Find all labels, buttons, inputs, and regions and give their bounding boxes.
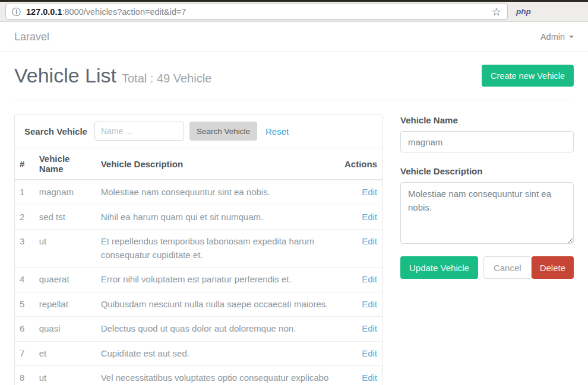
reset-link[interactable]: Reset <box>265 126 289 136</box>
page-header: Vehicle ListTotal : 49 Vehicle Create ne… <box>14 52 574 100</box>
app-navbar: Laravel Admin <box>0 22 588 52</box>
vehicle-description-cell: Vel necessitatibus voluptates optio cons… <box>96 366 340 385</box>
vehicle-description-cell: Error nihil voluptatem est pariatur perf… <box>96 268 340 292</box>
admin-dropdown-label: Admin <box>540 32 565 42</box>
edit-link[interactable]: Edit <box>362 187 377 197</box>
header-number: # <box>15 148 34 180</box>
vehicle-name-cell: et <box>34 341 96 366</box>
search-input[interactable] <box>94 122 184 141</box>
vehicle-description-cell: Delectus quod ut quas dolor aut doloremq… <box>96 317 340 342</box>
vehicle-name-cell: ut <box>34 230 96 268</box>
page-title: Vehicle ListTotal : 49 Vehicle <box>14 64 211 87</box>
row-number: 1 <box>15 180 34 205</box>
search-vehicle-button[interactable]: Search Vehicle <box>189 122 257 141</box>
total-count: Total : 49 Vehicle <box>122 72 211 85</box>
header-vehicle-description: Vehicle Description <box>96 148 340 180</box>
edit-link[interactable]: Edit <box>362 236 377 246</box>
vehicle-description-cell: Cupiditate est aut sed. <box>96 341 340 366</box>
row-number: 2 <box>15 205 34 230</box>
vehicle-name-label: Vehicle Name <box>400 115 574 125</box>
caret-down-icon <box>569 36 574 38</box>
delete-button[interactable]: Delete <box>532 256 574 279</box>
row-number: 8 <box>15 366 34 385</box>
vehicle-description-cell: Et repellendus temporibus laboriosam exp… <box>96 230 340 268</box>
vehicle-name-cell: magnam <box>34 180 96 205</box>
vehicles-table: # Vehicle Name Vehicle Description Actio… <box>15 148 382 385</box>
url-host: 127.0.0.1 <box>26 7 62 17</box>
create-new-vehicle-button[interactable]: Create new Vehicle <box>482 65 574 87</box>
table-row: 7 et Cupiditate est aut sed. Edit <box>15 341 382 366</box>
vehicle-name-cell: quasi <box>34 317 96 342</box>
table-row: 5 repellat Quibusdam nesciunt nulla null… <box>15 292 382 317</box>
site-info-icon[interactable]: ⓘ <box>12 7 21 16</box>
edit-link[interactable]: Edit <box>362 348 377 358</box>
vehicle-description-cell: Molestiae nam consequuntur sint ea nobis… <box>96 180 340 205</box>
table-row: 1 magnam Molestiae nam consequuntur sint… <box>15 180 382 205</box>
php-extension-icon[interactable]: php <box>516 7 531 16</box>
admin-dropdown[interactable]: Admin <box>540 32 574 42</box>
header-vehicle-name: Vehicle Name <box>34 148 96 180</box>
header-actions: Actions <box>340 148 382 180</box>
table-row: 6 quasi Delectus quod ut quas dolor aut … <box>15 317 382 342</box>
table-row: 8 ut Vel necessitatibus voluptates optio… <box>15 366 382 385</box>
row-number: 5 <box>15 292 34 317</box>
row-number: 4 <box>15 268 34 292</box>
vehicle-description-textarea[interactable]: Molestiae nam consequuntur sint ea nobis… <box>400 182 574 244</box>
table-row: 3 ut Et repellendus temporibus laboriosa… <box>15 230 382 268</box>
search-label: Search Vehicle <box>24 126 87 136</box>
vehicle-description-cell: Nihil ea harum quam qui et sit numquam. <box>96 205 340 230</box>
edit-link[interactable]: Edit <box>362 274 377 284</box>
search-bar: Search Vehicle Search Vehicle Reset <box>15 114 382 148</box>
table-header-row: # Vehicle Name Vehicle Description Actio… <box>15 148 382 180</box>
browser-toolbar: ⓘ 127.0.0.1:8000/vehicles?action=edit&id… <box>0 2 588 22</box>
edit-link[interactable]: Edit <box>362 299 377 309</box>
url-text[interactable]: 127.0.0.1:8000/vehicles?action=edit&id=7 <box>26 7 186 17</box>
url-path: :8000/vehicles?action=edit&id=7 <box>62 7 186 17</box>
address-bar[interactable]: ⓘ 127.0.0.1:8000/vehicles?action=edit&id… <box>5 4 508 20</box>
row-number: 7 <box>15 341 34 366</box>
vehicle-name-cell: repellat <box>34 292 96 317</box>
bookmark-star-icon[interactable]: ☆ <box>492 7 501 17</box>
edit-link[interactable]: Edit <box>362 212 377 222</box>
page-title-text: Vehicle List <box>14 64 116 87</box>
vehicle-name-cell: ut <box>34 366 96 385</box>
table-row: 4 quaerat Error nihil voluptatem est par… <box>15 268 382 292</box>
brand-link[interactable]: Laravel <box>14 31 49 43</box>
vehicle-name-cell: sed tst <box>34 205 96 230</box>
vehicle-description-label: Vehicle Description <box>400 166 574 176</box>
vehicle-list-panel: Search Vehicle Search Vehicle Reset # Ve… <box>14 114 382 385</box>
vehicle-name-cell: quaerat <box>34 268 96 292</box>
cancel-button[interactable]: Cancel <box>483 256 532 279</box>
form-buttons: Update Vehicle Cancel Delete <box>400 256 574 279</box>
vehicle-name-input[interactable] <box>400 131 574 152</box>
row-number: 6 <box>15 317 34 342</box>
edit-vehicle-form: Vehicle Name Vehicle Description Molesti… <box>400 114 574 385</box>
table-row: 2 sed tst Nihil ea harum quam qui et sit… <box>15 205 382 230</box>
edit-link[interactable]: Edit <box>362 323 377 333</box>
edit-link[interactable]: Edit <box>362 373 377 383</box>
update-vehicle-button[interactable]: Update Vehicle <box>400 256 478 279</box>
row-number: 3 <box>15 230 34 268</box>
vehicle-description-cell: Quibusdam nesciunt nulla nulla saepe occ… <box>96 292 340 317</box>
